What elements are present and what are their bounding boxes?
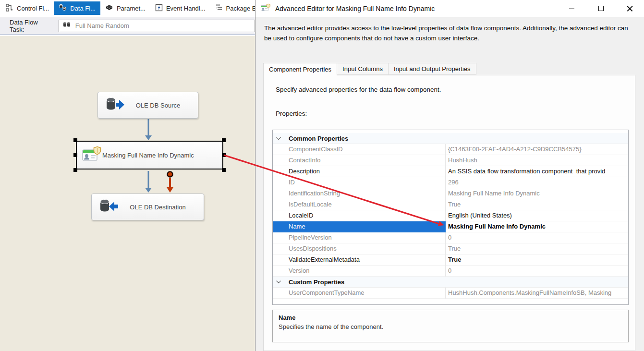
node-masking-selected[interactable]: Masking Full Name Info Dynamic [76,141,223,169]
property-help-panel: Name Specifies the name of the component… [272,310,629,342]
advanced-editor-dialog: Advanced Editor for Masking Full Name In… [255,0,644,351]
node-ole-db-destination[interactable]: OLE DB Destination [91,194,204,220]
dialog-title: Advanced Editor for Masking Full Name In… [275,5,435,12]
data-flow-task-label: Data Flow Task: [10,19,52,33]
dialog-id-card-icon [261,3,271,14]
package-explorer-icon [215,4,223,13]
ssis-designer: Control Fl... Data Fl... Paramet... Even… [0,0,255,351]
help-text: Specifies the name of the component. [279,323,622,330]
node-masking-body[interactable]: Masking Full Name Info Dynamic [76,141,223,169]
property-row[interactable]: Version0 [273,266,628,277]
selection-handle[interactable] [73,138,77,142]
maximize-icon [598,6,604,11]
node-ole-db-source[interactable]: OLE DB Source [97,92,198,119]
task-icon [62,21,71,30]
property-row[interactable]: IsDefaultLocaleTrue [273,199,628,210]
selection-handle[interactable] [73,153,77,157]
property-grid[interactable]: Common Properties ComponentClassID{C1463… [272,130,629,305]
node-label: OLE DB Source [125,102,198,109]
group-row-common-properties[interactable]: Common Properties [273,133,628,144]
group-row-custom-properties[interactable]: Custom Properties [273,277,628,288]
tab-label: Data Fl... [70,5,96,12]
dialog-titlebar[interactable]: Advanced Editor for Masking Full Name In… [255,0,644,17]
masking-id-card-icon [82,145,102,165]
tab-label: Paramet... [117,5,146,12]
tab-data-flow[interactable]: Data Fl... [54,1,100,15]
selection-handle[interactable] [222,138,226,142]
property-row[interactable]: IdentificationStringMasking Full Name In… [273,188,628,199]
property-row[interactable]: PipelineVersion0 [273,232,628,243]
close-button[interactable] [619,0,640,17]
data-flow-task-value: Full Name Random [75,22,129,29]
tabpage-subtitle: Specify advanced properties for the data… [276,86,441,93]
property-row-name-selected[interactable]: NameMasking Full Name Info Dynamic [273,221,628,232]
property-row[interactable]: DescriptionAn SSIS data flow transformat… [273,166,628,177]
maximize-button[interactable] [590,0,611,17]
tab-event-handlers[interactable]: Event Handl... [150,1,210,15]
minimize-button[interactable] [561,0,582,17]
data-flow-canvas[interactable]: OLE DB Source Masking Full Name Info Dyn… [0,36,255,351]
node-label: OLE DB Destination [119,204,204,211]
property-row[interactable]: LocaleIDEnglish (United States) [273,210,628,221]
data-flow-task-combobox[interactable]: Full Name Random [59,20,255,32]
property-row[interactable]: UserComponentTypeNameHushHush.Components… [273,288,628,299]
tab-control-flow[interactable]: Control Fl... [1,1,54,15]
property-row[interactable]: ContactInfoHushHush [273,155,628,166]
dialog-tab-strip: Component Properties Input Columns Input… [263,63,476,75]
selection-handle[interactable] [222,153,226,157]
tab-label: Event Handl... [166,5,206,12]
property-row[interactable]: ID296 [273,177,628,188]
dialog-description: The advanced editor provides access to t… [264,23,630,43]
data-flow-task-toolbar: Data Flow Task: Full Name Random [0,17,255,35]
property-row[interactable]: UsesDispositionsTrue [273,243,628,254]
tab-input-output-properties[interactable]: Input and Output Properties [389,63,476,75]
minimize-icon [569,8,574,9]
parameters-icon [105,4,113,13]
chevron-down-icon [276,278,281,283]
help-title: Name [279,314,622,321]
designer-tab-strip: Control Fl... Data Fl... Paramet... Even… [0,0,255,16]
chevron-down-icon [276,135,281,140]
selection-handle[interactable] [73,168,77,172]
property-row[interactable]: ValidateExternalMetadataTrue [273,254,628,266]
selection-handle[interactable] [222,168,226,172]
property-row[interactable]: ComponentClassID{C1463F00-2FAF-4AD4-A212… [273,144,628,155]
database-destination-icon [97,198,119,217]
tab-input-columns[interactable]: Input Columns [337,63,389,75]
data-flow-icon [59,4,67,13]
close-icon [627,5,633,12]
tab-component-properties[interactable]: Component Properties [263,63,337,75]
control-flow-icon [6,4,13,13]
event-handlers-icon [155,4,163,13]
database-source-icon [104,96,125,115]
node-label: Masking Full Name Info Dynamic [102,152,194,159]
properties-label: Properties: [276,110,307,117]
tab-parameters[interactable]: Paramet... [100,1,150,15]
tab-label: Control Fl... [17,5,49,12]
